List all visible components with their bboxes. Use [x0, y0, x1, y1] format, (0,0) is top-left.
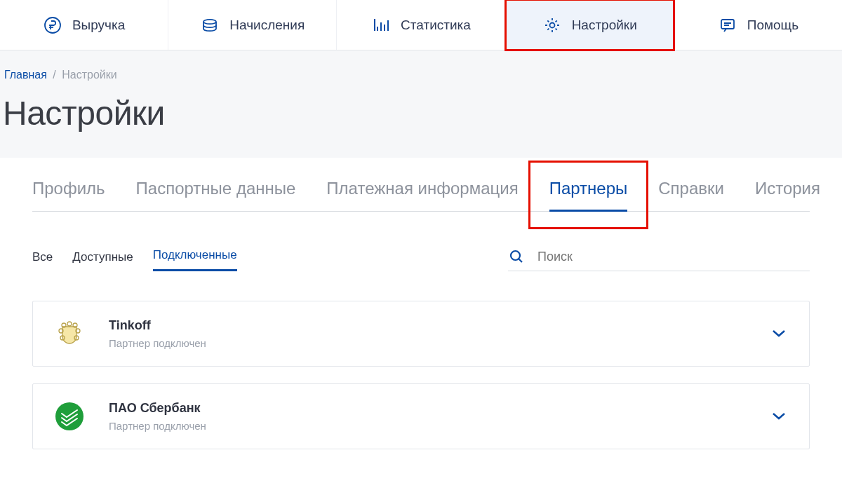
nav-item-settings[interactable]: Настройки	[506, 0, 674, 50]
nav-label: Настройки	[572, 18, 637, 33]
partner-card-body: Tinkoff Партнер подключен	[109, 318, 751, 349]
filter-available[interactable]: Доступные	[72, 250, 133, 271]
nav-item-revenue[interactable]: Выручка	[0, 0, 168, 50]
breadcrumb-home[interactable]: Главная	[4, 69, 47, 81]
svg-point-2	[549, 22, 554, 27]
ruble-icon	[43, 15, 62, 35]
nav-item-stats[interactable]: Статистика	[337, 0, 505, 50]
partner-name: ПАО Сбербанк	[109, 401, 751, 416]
svg-rect-3	[721, 20, 734, 29]
svg-point-4	[511, 251, 520, 260]
tab-payment[interactable]: Платежная информация	[326, 179, 518, 211]
partner-search	[508, 245, 810, 271]
bars-icon	[371, 15, 391, 35]
partner-filters: Все Доступные Подключенные	[0, 212, 842, 271]
svg-point-1	[203, 19, 216, 23]
partner-status: Партнер подключен	[109, 337, 751, 349]
search-input[interactable]	[537, 250, 810, 264]
coins-icon	[200, 15, 220, 35]
gear-icon	[542, 15, 562, 35]
settings-tabs-wrap: Профиль Паспортные данные Платежная инфо…	[0, 158, 842, 212]
chevron-down-icon	[771, 329, 787, 339]
tab-profile[interactable]: Профиль	[32, 179, 105, 211]
breadcrumb: Главная / Настройки	[0, 69, 842, 94]
page-header: Главная / Настройки Настройки	[0, 50, 842, 158]
search-icon	[508, 248, 525, 265]
chevron-down-icon	[771, 411, 787, 421]
partner-name: Tinkoff	[109, 318, 751, 333]
breadcrumb-sep: /	[53, 69, 55, 81]
svg-point-12	[55, 402, 83, 430]
partner-list: Tinkoff Партнер подключен ПАО Сбербанк П…	[0, 271, 842, 477]
tab-history[interactable]: История	[755, 179, 820, 211]
nav-item-help[interactable]: Помощь	[674, 0, 842, 50]
partner-card[interactable]: ПАО Сбербанк Партнер подключен	[32, 383, 810, 449]
filter-connected[interactable]: Подключенные	[153, 248, 237, 271]
filter-all[interactable]: Все	[32, 250, 53, 271]
breadcrumb-current: Настройки	[62, 69, 116, 81]
nav-item-accruals[interactable]: Начисления	[168, 0, 337, 50]
tab-passport[interactable]: Паспортные данные	[136, 179, 296, 211]
nav-label: Статистика	[401, 18, 471, 33]
svg-point-6	[67, 322, 72, 326]
tab-docs[interactable]: Справки	[658, 179, 724, 211]
partner-status: Партнер подключен	[109, 420, 751, 432]
nav-label: Начисления	[229, 18, 305, 33]
partner-card[interactable]: Tinkoff Партнер подключен	[32, 301, 810, 367]
settings-tabs: Профиль Паспортные данные Платежная инфо…	[32, 179, 810, 212]
top-nav: Выручка Начисления Статистика Настройки	[0, 0, 842, 50]
partner-logo-sber	[50, 397, 89, 436]
partner-card-body: ПАО Сбербанк Партнер подключен	[109, 401, 751, 432]
page-title: Настройки	[0, 94, 842, 132]
tab-partners[interactable]: Партнеры	[549, 179, 628, 211]
chat-icon	[718, 15, 737, 35]
partner-logo-tinkoff	[50, 314, 89, 353]
nav-label: Помощь	[747, 18, 798, 33]
nav-label: Выручка	[72, 18, 125, 33]
